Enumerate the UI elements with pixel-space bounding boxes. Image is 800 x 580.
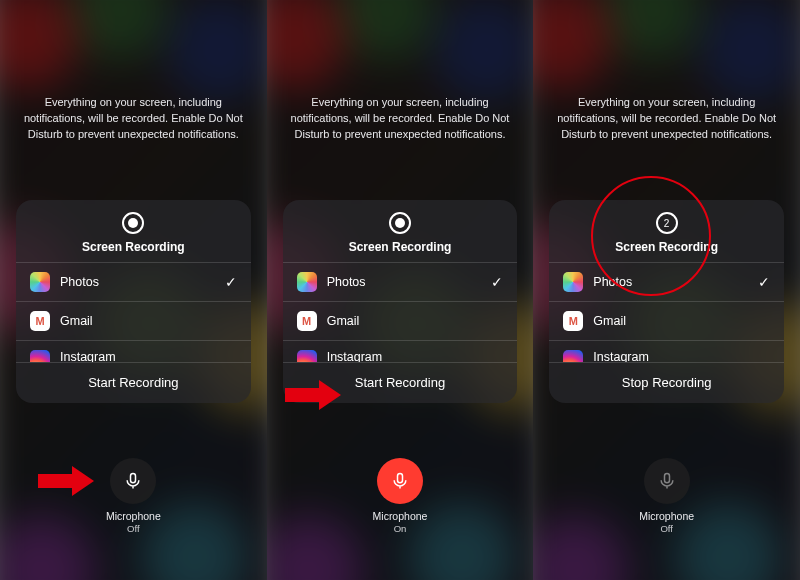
app-row-photos[interactable]: Photos ✓ xyxy=(549,262,784,301)
microphone-icon xyxy=(390,471,410,491)
gmail-icon: M xyxy=(563,311,583,331)
app-label: Instagram xyxy=(327,350,504,362)
screen-recording-card: Screen Recording Photos ✓ M Gmail Instag… xyxy=(283,200,518,403)
app-label: Photos xyxy=(60,275,215,289)
app-row-photos[interactable]: Photos ✓ xyxy=(283,262,518,301)
checkmark-icon: ✓ xyxy=(491,274,503,290)
photos-icon xyxy=(30,272,50,292)
svg-rect-2 xyxy=(664,474,669,483)
app-label: Photos xyxy=(327,275,482,289)
card-title: Screen Recording xyxy=(291,240,510,254)
app-label: Instagram xyxy=(60,350,237,362)
microphone-state: Off xyxy=(639,523,694,535)
microphone-state: Off xyxy=(106,523,161,535)
app-row-gmail[interactable]: M Gmail xyxy=(549,301,784,340)
checkmark-icon: ✓ xyxy=(758,274,770,290)
panel-3: Everything on your screen, including not… xyxy=(533,0,800,580)
microphone-toggle[interactable] xyxy=(110,458,156,504)
gmail-icon: M xyxy=(297,311,317,331)
panel-1: Everything on your screen, including not… xyxy=(0,0,267,580)
stop-recording-button[interactable]: Stop Recording xyxy=(549,362,784,403)
start-recording-button[interactable]: Start Recording xyxy=(16,362,251,403)
card-title: Screen Recording xyxy=(24,240,243,254)
instagram-icon xyxy=(297,350,317,362)
svg-rect-1 xyxy=(397,474,402,483)
record-icon xyxy=(122,212,144,234)
app-row-instagram[interactable]: Instagram xyxy=(549,340,784,362)
help-text: Everything on your screen, including not… xyxy=(551,95,782,143)
app-label: Photos xyxy=(593,275,748,289)
help-text: Everything on your screen, including not… xyxy=(18,95,249,143)
panel-2: Everything on your screen, including not… xyxy=(267,0,534,580)
microphone-icon xyxy=(657,471,677,491)
screen-recording-card: 2 Screen Recording Photos ✓ M Gmail Inst… xyxy=(549,200,784,403)
microphone-toggle[interactable] xyxy=(377,458,423,504)
app-row-instagram[interactable]: Instagram xyxy=(16,340,251,362)
app-label: Gmail xyxy=(60,314,237,328)
app-row-instagram[interactable]: Instagram xyxy=(283,340,518,362)
photos-icon xyxy=(563,272,583,292)
app-row-photos[interactable]: Photos ✓ xyxy=(16,262,251,301)
photos-icon xyxy=(297,272,317,292)
app-row-gmail[interactable]: M Gmail xyxy=(283,301,518,340)
app-label: Gmail xyxy=(593,314,770,328)
help-text: Everything on your screen, including not… xyxy=(285,95,516,143)
instagram-icon xyxy=(563,350,583,362)
microphone-label: Microphone On xyxy=(373,510,428,535)
microphone-icon xyxy=(123,471,143,491)
gmail-icon: M xyxy=(30,311,50,331)
instagram-icon xyxy=(30,350,50,362)
microphone-toggle[interactable] xyxy=(644,458,690,504)
record-icon xyxy=(389,212,411,234)
screen-recording-card: Screen Recording Photos ✓ M Gmail Instag… xyxy=(16,200,251,403)
microphone-state: On xyxy=(373,523,428,535)
countdown-badge: 2 xyxy=(656,212,678,234)
app-label: Gmail xyxy=(327,314,504,328)
app-label: Instagram xyxy=(593,350,770,362)
checkmark-icon: ✓ xyxy=(225,274,237,290)
app-row-gmail[interactable]: M Gmail xyxy=(16,301,251,340)
card-title: Screen Recording xyxy=(557,240,776,254)
start-recording-button[interactable]: Start Recording xyxy=(283,362,518,403)
svg-rect-0 xyxy=(131,474,136,483)
microphone-label: Microphone Off xyxy=(106,510,161,535)
microphone-label: Microphone Off xyxy=(639,510,694,535)
three-panel-tutorial: Everything on your screen, including not… xyxy=(0,0,800,580)
